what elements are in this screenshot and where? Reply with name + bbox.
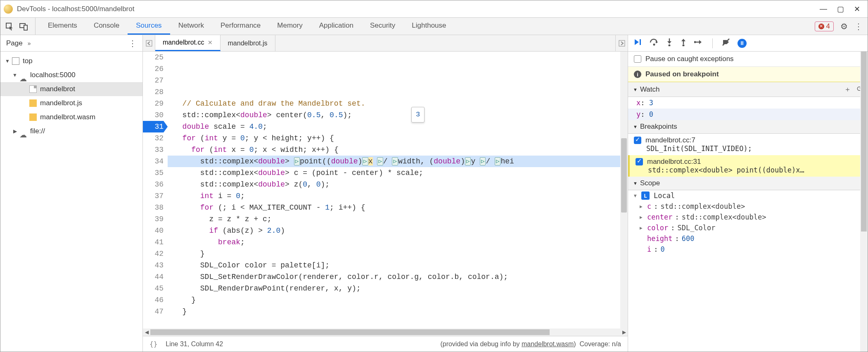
pause-on-exceptions-button[interactable]: II <box>738 39 747 48</box>
code-editor[interactable]: 2526272829303132333435363738394041424344… <box>143 52 628 328</box>
tree-host[interactable]: ▼ localhost:5000 <box>0 68 142 82</box>
tab-elements[interactable]: Elements <box>40 18 85 35</box>
scope-item[interactable]: ▶c: std::complex<double> <box>628 201 868 212</box>
code-line[interactable]: int i = 0; <box>168 190 628 202</box>
line-number[interactable]: 43 <box>143 260 164 271</box>
line-gutter[interactable]: 2526272829303132333435363738394041424344… <box>143 52 168 328</box>
line-number[interactable]: 33 <box>143 144 164 156</box>
pause-on-caught-checkbox[interactable] <box>634 55 641 63</box>
line-number[interactable]: 39 <box>143 213 164 225</box>
line-number[interactable]: 30 <box>143 109 164 121</box>
line-number[interactable]: 25 <box>143 52 164 63</box>
navigator-more-tabs-icon[interactable]: » <box>28 40 31 47</box>
code-line[interactable]: for (int y = 0; y < height; y++) { <box>168 132 628 144</box>
scope-item[interactable]: ▶color: SDL_Color <box>628 222 868 233</box>
debugger-vscrollbar[interactable] <box>860 52 868 352</box>
inspect-icon[interactable] <box>5 22 14 31</box>
code-line[interactable]: SDL_Color color = palette[i]; <box>168 260 628 271</box>
add-watch-icon[interactable]: ＋ <box>844 85 851 94</box>
code-line[interactable]: std::complex<double> c = (point - center… <box>168 167 628 179</box>
device-toggle-icon[interactable] <box>19 22 28 31</box>
navigator-title[interactable]: Page <box>6 39 23 47</box>
error-badge[interactable]: ✕ 4 <box>815 21 834 31</box>
code-line[interactable]: // Calculate and draw the Mandelbrot set… <box>168 98 628 109</box>
code-line[interactable]: double scale = 4.0; <box>168 121 628 132</box>
code-line[interactable]: SDL_RenderDrawPoint(renderer, x, y); <box>168 283 628 294</box>
deactivate-breakpoints-button[interactable] <box>722 38 730 48</box>
line-number[interactable]: 31 <box>143 121 164 132</box>
settings-icon[interactable]: ⚙ <box>840 21 848 31</box>
code-line[interactable] <box>168 317 628 328</box>
line-number[interactable]: 28 <box>143 86 164 98</box>
editor-tab[interactable]: mandelbrot.cc✕ <box>155 35 221 51</box>
pause-on-caught-row[interactable]: Pause on caught exceptions <box>628 52 868 67</box>
tab-lighthouse[interactable]: Lighthouse <box>403 18 454 35</box>
editor-next-icon[interactable] <box>615 35 628 51</box>
line-number[interactable]: 36 <box>143 179 164 190</box>
line-number[interactable]: 35 <box>143 167 164 179</box>
tab-performance[interactable]: Performance <box>212 18 269 35</box>
code-line[interactable]: SDL_SetRenderDrawColor(renderer, color.r… <box>168 271 628 283</box>
format-icon[interactable]: {} <box>149 340 157 348</box>
scope-item[interactable]: i: 0 <box>628 244 868 255</box>
debug-info-link[interactable]: mandelbrot.wasm <box>522 340 574 347</box>
close-button[interactable]: ✕ <box>854 5 860 14</box>
code-line[interactable]: for (; i < MAX_ITER_COUNT - 1; i++) { <box>168 202 628 213</box>
line-number[interactable]: 32 <box>143 132 164 144</box>
line-number[interactable]: 38 <box>143 202 164 213</box>
code-line[interactable]: z = z * z + c; <box>168 213 628 225</box>
editor-hscrollbar[interactable]: ◀▶ <box>143 328 628 336</box>
tree-top[interactable]: ▼ top <box>0 54 142 68</box>
breakpoint-checkbox[interactable] <box>636 158 643 165</box>
code-line[interactable]: break; <box>168 236 628 248</box>
line-number[interactable]: 46 <box>143 294 164 306</box>
code-line[interactable]: std::complex<double> z(0, 0); <box>168 179 628 190</box>
tree-file-mandelbrot-js[interactable]: mandelbrot.js <box>0 96 142 110</box>
code-line[interactable] <box>168 86 628 98</box>
tab-console[interactable]: Console <box>85 18 128 35</box>
tab-security[interactable]: Security <box>362 18 403 35</box>
line-number[interactable]: 45 <box>143 283 164 294</box>
breakpoint-item[interactable]: mandelbrot.cc:31std::complex<double> poi… <box>628 155 868 177</box>
line-number[interactable]: 47 <box>143 306 164 317</box>
line-number[interactable]: 27 <box>143 75 164 86</box>
watch-item[interactable]: x: 3 <box>628 97 868 109</box>
tree-file-scheme[interactable]: ▶ file:// <box>0 124 142 138</box>
more-icon[interactable]: ⋮ <box>854 21 863 31</box>
maximize-button[interactable]: ▢ <box>837 5 844 14</box>
code-line[interactable]: } <box>168 294 628 306</box>
line-number[interactable]: 29 <box>143 98 164 109</box>
line-number[interactable]: 37 <box>143 190 164 202</box>
tab-application[interactable]: Application <box>311 18 362 35</box>
breakpoint-checkbox[interactable] <box>634 137 641 144</box>
code-line[interactable]: std::complex<double> center(0.5, 0.5); <box>168 109 628 121</box>
step-out-button[interactable] <box>680 38 687 48</box>
step-into-button[interactable] <box>666 38 673 48</box>
breakpoint-item[interactable]: mandelbrot.cc:7SDL_Init(SDL_INIT_VIDEO); <box>628 134 868 155</box>
line-number[interactable]: 34 <box>143 156 164 167</box>
editor-prev-icon[interactable] <box>143 35 155 51</box>
tab-memory[interactable]: Memory <box>269 18 311 35</box>
breakpoints-section-header[interactable]: ▼Breakpoints <box>628 120 868 134</box>
line-number[interactable]: 40 <box>143 225 164 236</box>
code-line[interactable]: } <box>168 248 628 260</box>
tree-file-mandelbrot[interactable]: mandelbrot <box>0 82 142 96</box>
watch-section-header[interactable]: ▼Watch ＋ ⟳ <box>628 82 868 97</box>
code-line[interactable]: std::complex<double> ▷point((double)▷x ▷… <box>168 156 628 167</box>
line-number[interactable]: 41 <box>143 236 164 248</box>
scope-item[interactable]: height: 600 <box>628 233 868 244</box>
editor-tab[interactable]: mandelbrot.js <box>221 35 275 51</box>
minimize-button[interactable]: — <box>820 5 827 14</box>
resume-button[interactable] <box>634 38 642 48</box>
scope-section-header[interactable]: ▼Scope <box>628 177 868 190</box>
navigator-menu-icon[interactable]: ⋮ <box>128 38 137 48</box>
close-tab-icon[interactable]: ✕ <box>208 39 213 46</box>
code-line[interactable]: if (abs(z) > 2.0) <box>168 225 628 236</box>
line-number[interactable]: 44 <box>143 271 164 283</box>
code-line[interactable]: } <box>168 306 628 317</box>
scope-item[interactable]: ▶center: std::complex<double> <box>628 212 868 222</box>
editor-vscrollbar[interactable] <box>620 52 628 328</box>
line-number[interactable]: 42 <box>143 248 164 260</box>
step-over-button[interactable] <box>650 38 659 48</box>
watch-item[interactable]: y: 0 <box>628 109 868 120</box>
